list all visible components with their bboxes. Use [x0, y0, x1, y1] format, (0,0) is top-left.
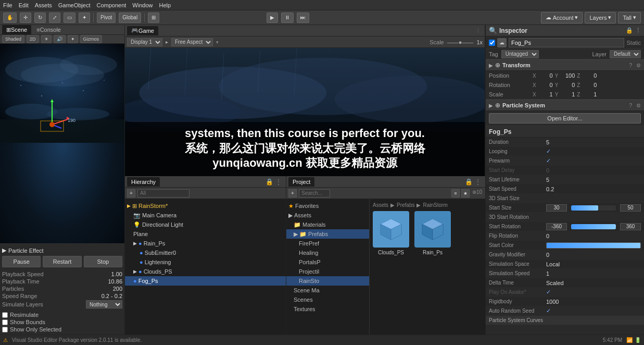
pt-healing[interactable]: Healing	[286, 248, 369, 257]
effects-button[interactable]: ✦	[68, 35, 78, 43]
aspect-dropdown[interactable]: Free Aspect	[171, 38, 213, 46]
menu-gameobject[interactable]: GameObject	[58, 2, 91, 8]
tab-game[interactable]: 🎮 Game	[127, 26, 158, 35]
hierarchy-item-rainps[interactable]: ▶ ● Rain_Ps	[125, 239, 286, 248]
asset-item-cloudsps[interactable]: Clouds_PS	[373, 211, 409, 255]
tall-button[interactable]: Tall ▾	[618, 12, 641, 23]
project-view-button[interactable]: ≡	[451, 189, 460, 198]
open-editor-button[interactable]: Open Editor...	[489, 113, 641, 124]
tab-scene[interactable]: ⊞ Scene	[2, 25, 31, 34]
layer-dropdown[interactable]: Default	[610, 50, 641, 58]
hierarchy-search[interactable]	[137, 189, 190, 198]
hand-tool[interactable]: ✋	[3, 13, 17, 23]
show-bounds-checkbox[interactable]	[2, 319, 8, 325]
breadcrumb-prefabs[interactable]: Prefabs	[397, 202, 414, 208]
shaded-button[interactable]: Shaded	[2, 35, 24, 43]
pt-assets[interactable]: ▶ Assets	[286, 211, 369, 220]
pt-prefabs[interactable]: ▶ 📁 Prefabs	[286, 229, 369, 239]
global-button[interactable]: Global	[119, 13, 141, 23]
ps-startcolor-bar[interactable]	[546, 242, 641, 249]
project-menu-icon[interactable]: ⋮	[475, 178, 481, 186]
pt-rainstorm[interactable]: RainSto	[286, 276, 369, 286]
pt-favorites[interactable]: ★ Favorites	[286, 201, 369, 211]
pt-scenema[interactable]: Scene Ma	[286, 286, 369, 295]
pt-projectil[interactable]: Projectil	[286, 267, 369, 276]
obj-active-checkbox[interactable]	[489, 40, 495, 46]
hierarchy-item-rainstorm[interactable]: ▶ ⊞ RainStorm*	[125, 201, 286, 211]
hierarchy-add-button[interactable]: +	[127, 189, 135, 198]
pt-scenes[interactable]: Scenes	[286, 295, 369, 304]
ps-settings-icon[interactable]: ⚙	[636, 103, 641, 108]
restart-ctrl-button[interactable]: Restart	[43, 256, 81, 267]
pt-firepref[interactable]: FirePref	[286, 239, 369, 248]
project-search[interactable]	[299, 189, 330, 198]
project-lock-icon[interactable]: 🔒	[465, 178, 473, 186]
asset-item-rainps[interactable]: Rain_Ps	[414, 211, 451, 255]
hierarchy-item-light[interactable]: 💡 Directional Light	[125, 220, 286, 229]
hierarchy-item-plane[interactable]: Plane	[125, 229, 286, 239]
show-bounds-label: Show Bounds	[10, 319, 45, 325]
gizmos-button[interactable]: Gizmos	[80, 35, 103, 43]
ps-help-icon[interactable]: ?	[629, 103, 632, 108]
transform-help-icon[interactable]: ?	[629, 63, 632, 68]
ps-startsize-min[interactable]	[546, 204, 567, 212]
menu-window[interactable]: Window	[132, 2, 153, 8]
transform-settings-icon[interactable]: ⚙	[636, 63, 641, 68]
tab-console[interactable]: ≡ Console	[32, 25, 65, 34]
grid-button[interactable]: ⊞	[148, 13, 159, 23]
step-button[interactable]: ⏭	[297, 13, 309, 23]
menu-edit[interactable]: Edit	[19, 2, 29, 8]
hierarchy-item-lightening[interactable]: ● Lightening	[125, 257, 286, 267]
ps-startrotation-min[interactable]	[546, 223, 567, 230]
scale-tool[interactable]: ⤢	[49, 13, 60, 23]
pt-textures[interactable]: Textures	[286, 304, 369, 314]
layers-button[interactable]: Layers ▾	[585, 12, 616, 23]
breadcrumb-rainstorm[interactable]: RainStorm	[423, 202, 447, 208]
scale-slider[interactable]: ——●——	[447, 39, 474, 45]
hierarchy-item-cloudsps[interactable]: ▶ ● Clouds_PS	[125, 267, 286, 276]
ps-startrotation-max[interactable]	[620, 223, 641, 230]
obj-name-input[interactable]	[509, 38, 624, 47]
audio-button[interactable]: 🔊	[54, 35, 66, 43]
pt-materials[interactable]: 📁 Materials	[286, 220, 369, 229]
hierarchy-item-fogps[interactable]: ● Fog_Ps	[125, 276, 286, 286]
play-button[interactable]: ▶	[267, 13, 278, 23]
rect-tool[interactable]: ▭	[64, 13, 75, 23]
tab-project[interactable]: Project	[288, 177, 314, 187]
simulate-layers-dropdown[interactable]: Nothing	[86, 300, 122, 309]
lighting-button[interactable]: ☀	[41, 35, 52, 43]
hierarchy-item-camera[interactable]: 📷 Main Camera	[125, 211, 286, 220]
project-add-button[interactable]: +	[288, 189, 297, 198]
rotate-tool[interactable]: ↻	[34, 13, 46, 23]
menu-component[interactable]: Component	[96, 2, 126, 8]
menu-assets[interactable]: Assets	[35, 2, 52, 8]
breadcrumb-assets[interactable]: Assets	[373, 202, 388, 208]
display-dropdown[interactable]: Display 1	[127, 38, 162, 46]
stop-ctrl-button[interactable]: Stop	[84, 256, 122, 267]
ps-startsize-max[interactable]	[620, 204, 641, 212]
tab-hierarchy[interactable]: Hierarchy	[127, 177, 160, 187]
ps-section-header[interactable]: ▶ ⊕ Particle System ? ⚙	[486, 100, 644, 111]
pause-ctrl-button[interactable]: Pause	[2, 256, 41, 267]
menu-help[interactable]: Help	[159, 2, 171, 8]
hierarchy-lock-icon[interactable]: 🔒	[266, 178, 273, 186]
transform-section-header[interactable]: ▶ ⊕ Transform ? ⚙	[486, 59, 644, 71]
menu-file[interactable]: File	[3, 2, 12, 8]
hierarchy-menu-icon[interactable]: ⋮	[275, 178, 282, 186]
2d-button[interactable]: 2D	[27, 35, 39, 43]
project-star-button[interactable]: ★	[461, 189, 470, 198]
account-button[interactable]: ☁ Account ▾	[541, 12, 583, 23]
pause-button[interactable]: ⏸	[281, 13, 294, 23]
show-selected-checkbox[interactable]	[2, 327, 8, 332]
hierarchy-item-subemitter[interactable]: ● SubEmitter0	[125, 248, 286, 257]
transform-tool[interactable]: ✦	[79, 13, 90, 23]
move-tool[interactable]: ✛	[20, 13, 31, 23]
resimulate-checkbox[interactable]	[2, 312, 8, 318]
inspector-lock-icon[interactable]: 🔒	[626, 27, 633, 34]
pt-portalsp[interactable]: PortalsP	[286, 257, 369, 267]
scenema-label: Scene Ma	[294, 287, 320, 293]
game-menu-icon[interactable]: ⋮	[476, 28, 481, 33]
pivot-button[interactable]: Pivot	[97, 13, 116, 23]
tag-dropdown[interactable]: Untagged	[501, 50, 539, 58]
inspector-menu-icon[interactable]: ⋮	[635, 27, 641, 34]
